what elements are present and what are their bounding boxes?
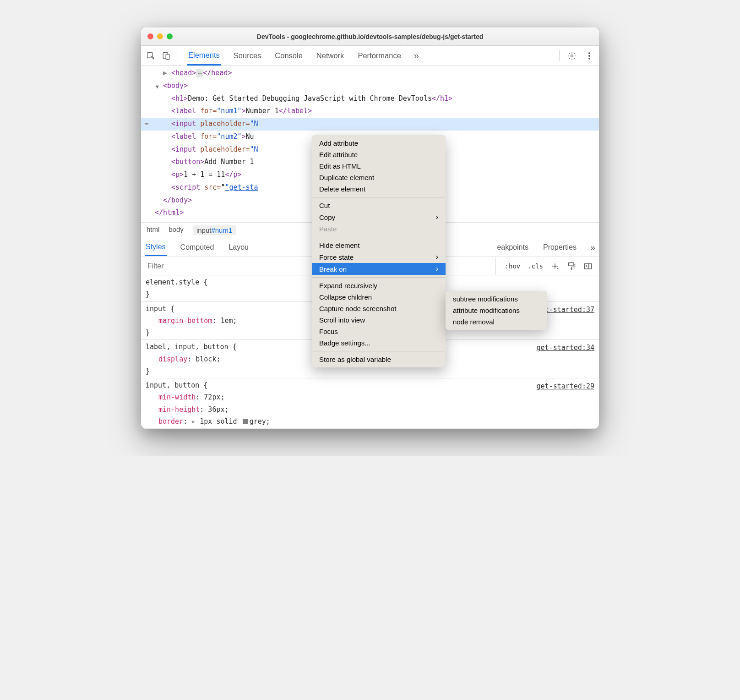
submenu-arrow-icon: › <box>436 265 438 273</box>
maximize-window-icon[interactable] <box>167 33 173 39</box>
style-rule[interactable]: get-started:29input, button {min-width: … <box>141 378 599 429</box>
source-link[interactable]: get-started:34 <box>537 342 594 354</box>
svg-point-4 <box>589 52 590 54</box>
submenu-arrow-icon: › <box>436 213 438 221</box>
devtools-window: DevTools - googlechrome.github.io/devtoo… <box>141 27 599 429</box>
context-item[interactable]: Hide element <box>312 240 446 251</box>
submenu-item[interactable]: subtree modifications <box>446 293 547 305</box>
color-swatch[interactable] <box>243 419 248 424</box>
tab-network[interactable]: Network <box>316 47 345 65</box>
toolbar-right <box>557 49 596 63</box>
traffic-lights <box>147 33 173 39</box>
ellipsis-icon: ⋯ <box>196 69 203 77</box>
hov-toggle[interactable]: :hov <box>505 262 521 270</box>
context-item[interactable]: Badge settings... <box>312 337 446 349</box>
subtab-styles[interactable]: Styles <box>145 239 167 256</box>
context-item[interactable]: Delete element <box>312 183 446 195</box>
selector-text: input, button { <box>146 379 594 391</box>
filter-tools: :hov .cls <box>495 257 599 275</box>
minimize-window-icon[interactable] <box>157 33 163 39</box>
svg-point-6 <box>589 58 590 59</box>
separator <box>178 50 178 61</box>
context-item[interactable]: Duplicate element <box>312 172 446 183</box>
dom-node-input1[interactable]: <input placeholder="N <box>141 118 599 131</box>
close-window-icon[interactable] <box>147 33 153 39</box>
svg-rect-2 <box>166 54 169 59</box>
menu-separator <box>312 351 445 351</box>
tab-performance[interactable]: Performance <box>357 47 402 65</box>
subtab-properties[interactable]: Properties <box>542 240 577 255</box>
context-item[interactable]: Focus <box>312 326 446 337</box>
subtab-computed[interactable]: Computed <box>180 240 215 255</box>
css-property[interactable]: min-height: 36px; <box>146 404 594 416</box>
crumb-body[interactable]: body <box>169 225 184 235</box>
tab-elements[interactable]: Elements <box>187 46 221 66</box>
context-item[interactable]: Expand recursively <box>312 280 446 291</box>
dom-node-label1[interactable]: <label for="num1">Number 1</label> <box>141 105 599 118</box>
context-item[interactable]: Store as global variable <box>312 354 446 365</box>
svg-rect-7 <box>568 262 574 266</box>
source-link[interactable]: get-started:29 <box>537 380 594 392</box>
menu-separator <box>312 277 445 278</box>
context-item[interactable]: Edit as HTML <box>312 160 446 172</box>
svg-point-3 <box>571 55 573 57</box>
context-item: Paste <box>312 223 446 235</box>
context-menu: Add attributeEdit attributeEdit as HTMLD… <box>312 135 446 367</box>
collapse-icon[interactable]: ▼ <box>156 82 159 92</box>
submenu-arrow-icon: › <box>436 253 438 261</box>
paint-icon[interactable] <box>567 262 576 271</box>
tab-console[interactable]: Console <box>274 47 304 65</box>
context-item[interactable]: Break on› <box>312 263 446 275</box>
submenu-item[interactable]: attribute modifications <box>446 305 547 316</box>
css-property[interactable]: border: ▸ 1px solid grey; <box>146 416 594 427</box>
kebab-menu-icon[interactable] <box>582 49 596 63</box>
context-item[interactable]: Add attribute <box>312 137 446 149</box>
main-tabs: Elements Sources Console Network Perform… <box>183 46 555 65</box>
inspect-icon[interactable] <box>144 49 158 63</box>
more-tabs-icon[interactable]: » <box>414 50 419 61</box>
tab-sources[interactable]: Sources <box>233 47 262 65</box>
menu-separator <box>312 197 445 197</box>
main-toolbar: Elements Sources Console Network Perform… <box>141 46 599 66</box>
context-item[interactable]: Copy› <box>312 211 446 223</box>
separator <box>559 50 560 61</box>
context-submenu: subtree modificationsattribute modificat… <box>446 291 547 330</box>
svg-point-5 <box>589 55 590 56</box>
subtab-layout[interactable]: Layou <box>228 240 250 255</box>
context-item[interactable]: Cut <box>312 200 446 211</box>
crumb-input[interactable]: input#num1 <box>193 225 236 235</box>
submenu-item[interactable]: node removal <box>446 316 547 328</box>
dom-node-h1[interactable]: <h1>Demo: Get Started Debugging JavaScri… <box>141 93 599 105</box>
window-title: DevTools - googlechrome.github.io/devtoo… <box>257 33 483 40</box>
dom-node-head[interactable]: ▶ <head>⋯</head> <box>141 67 599 80</box>
new-rule-icon[interactable] <box>550 262 560 271</box>
css-property[interactable]: min-width: 72px; <box>146 391 594 403</box>
titlebar: DevTools - googlechrome.github.io/devtoo… <box>141 27 599 46</box>
context-item[interactable]: Force state› <box>312 251 446 263</box>
svg-rect-9 <box>585 263 592 269</box>
device-toggle-icon[interactable] <box>159 49 173 63</box>
subtab-breakpoints[interactable]: eakpoints <box>496 240 529 255</box>
svg-point-8 <box>571 268 572 269</box>
context-item[interactable]: Collapse children <box>312 291 446 303</box>
cls-toggle[interactable]: .cls <box>528 262 543 270</box>
context-item[interactable]: Edit attribute <box>312 149 446 160</box>
more-subtabs-icon[interactable]: » <box>590 242 595 253</box>
context-item[interactable]: Capture node screenshot <box>312 303 446 314</box>
panel-icon[interactable] <box>583 262 593 271</box>
dom-node-body[interactable]: ▼<body> <box>141 80 599 93</box>
context-item[interactable]: Scroll into view <box>312 314 446 326</box>
crumb-html[interactable]: html <box>147 225 159 235</box>
settings-icon[interactable] <box>565 49 579 63</box>
menu-separator <box>312 237 445 237</box>
